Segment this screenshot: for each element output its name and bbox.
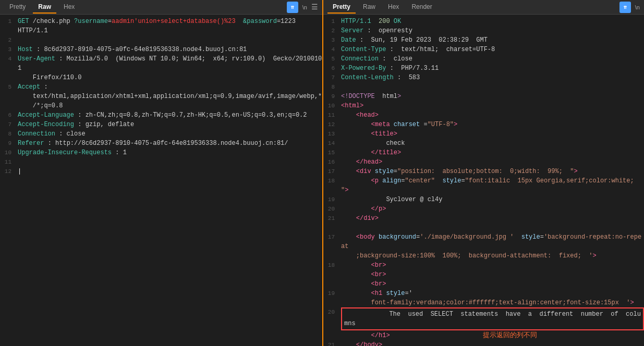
right-line-29: 20 The used SELECT statements have a dif… (323, 307, 644, 330)
right-ln-label: \n (635, 4, 640, 10)
right-line-18: 18 <p align="center" style="font:italic … (323, 176, 644, 195)
right-line-20: 20 </p> (323, 204, 644, 214)
right-line-28: font-family:verdana;color:#ffffff;text-a… (323, 298, 644, 307)
left-line-4: 4 User-Agent : Mozilla/5.0 (Windows NT 1… (0, 54, 322, 73)
left-tab-pretty[interactable]: Pretty (4, 1, 31, 14)
left-line-6: 6 Accept-Language : zh-CN,zh;q=0.8,zh-TW… (0, 110, 322, 120)
left-menu-icon[interactable]: ☰ (311, 3, 318, 11)
right-line-27: 19 <h1 style=' (323, 289, 644, 298)
left-line-5c: /*;q=0.8 (0, 101, 322, 110)
left-line-5b: text/html,application/xhtml+xml,applicat… (0, 92, 322, 101)
right-line-13: 13 <title> (323, 129, 644, 139)
right-line-30: </h1> 提示返回的列不同 (323, 330, 644, 340)
left-line-2: 2 (0, 35, 322, 45)
right-line-5: 5 Connection : close (323, 54, 644, 64)
right-send-icon[interactable]: ⇈ (619, 2, 631, 13)
left-line-4b: Firefox/110.0 (0, 73, 322, 82)
left-send-icon[interactable]: ⇈ (287, 2, 298, 13)
left-line-5: 5 Accept : (0, 82, 322, 92)
right-line-31: 21 </body> (323, 340, 644, 346)
right-line-9: 9 <!DOCTYPE html> (323, 92, 644, 101)
right-line-22-blank (323, 223, 644, 232)
left-line-12: 12 (0, 167, 322, 176)
left-tab-bar: Pretty Raw Hex ⇈ \n ☰ (0, 0, 322, 15)
right-line-11: 11 <head> (323, 110, 644, 120)
right-tab-bar: Pretty Raw Hex Render ⇈ \n (323, 0, 644, 15)
left-line-9: 9 Referer : http://8c6d2937-8910-4075-a0… (0, 139, 322, 148)
right-line-8: 8 (323, 82, 644, 92)
left-ln-label: \n (302, 4, 307, 10)
right-line-24: 18 <br> (323, 261, 644, 270)
left-line-3: 3 Host : 8c6d2937-8910-4075-a0fc-64e8195… (0, 45, 322, 54)
right-line-15: 15 </title> (323, 148, 644, 157)
right-line-3: 3 Date : Sun, 19 Feb 2023 02:38:29 GMT (323, 35, 644, 45)
right-panel: Pretty Raw Hex Render ⇈ \n 1 HTTP/1.1 20… (323, 0, 644, 346)
right-tab-raw[interactable]: Raw (358, 1, 381, 14)
right-line-4: 4 Content-Type : text/html; charset=UTF-… (323, 45, 644, 54)
right-line-21: 21 </div> (323, 214, 644, 223)
right-code-content: 1 HTTP/1.1 200 OK 2 Server : openresty 3… (323, 15, 644, 346)
left-line-1: 1 GET /check.php ?username=aadmin'union+… (0, 17, 322, 26)
left-line-7: 7 Accept-Encoding : gzip, deflate (0, 120, 322, 129)
right-line-2: 2 Server : openresty (323, 26, 644, 35)
right-line-19: 19 Syclover @ cl4y (323, 195, 644, 204)
right-line-16: 16 </head> (323, 157, 644, 167)
right-line-7: 7 Content-Length : 583 (323, 73, 644, 82)
right-line-23: 17 <body background='./image/background.… (323, 232, 644, 251)
right-line-10: 10 <html> (323, 101, 644, 110)
main-container: Pretty Raw Hex ⇈ \n ☰ 1 GET /check.php ?… (0, 0, 644, 346)
right-line-26: <br> (323, 279, 644, 289)
right-line-14: 14 check (323, 139, 644, 148)
right-tab-hex[interactable]: Hex (383, 1, 404, 14)
right-line-1: 1 HTTP/1.1 200 OK (323, 17, 644, 26)
right-line-17: 17 <div style="position: absolute;bottom… (323, 167, 644, 176)
left-line-10: 10 Upgrade-Insecure-Requests : 1 (0, 148, 322, 157)
left-tab-hex[interactable]: Hex (58, 1, 80, 14)
left-panel: Pretty Raw Hex ⇈ \n ☰ 1 GET /check.php ?… (0, 0, 323, 346)
left-tab-raw[interactable]: Raw (33, 1, 56, 14)
left-code-content: 1 GET /check.php ?username=aadmin'union+… (0, 15, 322, 346)
left-line-8: 8 Connection : close (0, 129, 322, 139)
left-line-1b: HTTP/1.1 (0, 26, 322, 35)
left-line-11: 11 (0, 157, 322, 167)
right-line-6: 6 X-Powered-By : PHP/7.3.11 (323, 64, 644, 73)
right-line-12: 12 <meta charset ="UTF-8"> (323, 120, 644, 129)
right-line-23b: ;background-size:100% 100%; background-a… (323, 251, 644, 261)
right-tab-pretty[interactable]: Pretty (327, 1, 356, 14)
right-line-25: <br> (323, 270, 644, 279)
right-tab-render[interactable]: Render (406, 1, 437, 14)
chinese-annotation: 提示返回的列不同 (483, 331, 537, 339)
